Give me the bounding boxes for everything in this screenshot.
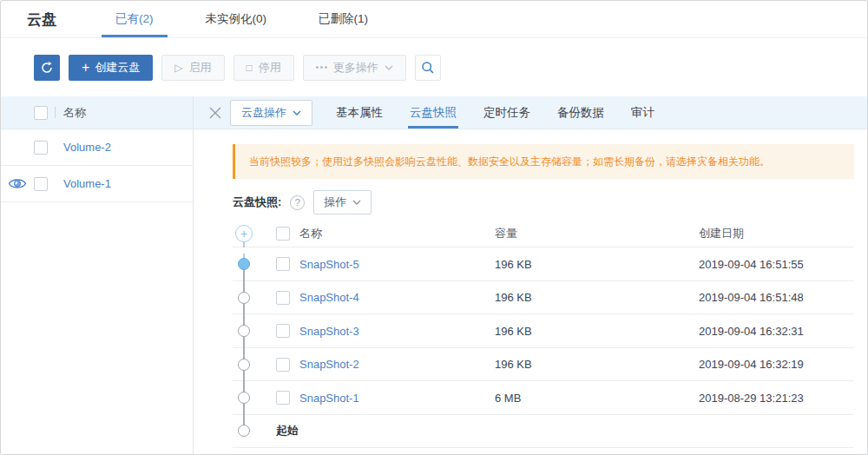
header-checkbox-cell — [276, 227, 299, 241]
snapshot-size: 196 KB — [495, 325, 699, 338]
volume-actions-label: 云盘操作 — [241, 105, 286, 121]
more-dots-icon — [316, 66, 327, 69]
snapshot-created: 2019-09-04 16:51:55 — [699, 258, 854, 271]
detail-tabs: 基本属性 云盘快照 定时任务 备份数据 审计 — [334, 96, 680, 129]
volume-row[interactable]: Volume-2 — [1, 129, 193, 166]
select-all-snapshots-checkbox[interactable] — [276, 227, 290, 241]
volume-name-link[interactable]: Volume-1 — [63, 177, 111, 190]
name-column-header: 名称 — [63, 105, 86, 121]
snapshot-checkbox[interactable] — [276, 257, 290, 271]
snapshot-row: SnapShot-2 196 KB 2019-09-04 16:32:19 — [233, 348, 854, 382]
volume-name-link[interactable]: Volume-2 — [63, 141, 111, 154]
timeline-gutter — [233, 392, 276, 404]
search-button[interactable] — [415, 55, 441, 81]
snapshot-name-link[interactable]: SnapShot-4 — [299, 291, 359, 304]
column-header-created: 创建日期 — [699, 226, 854, 241]
detail-content: 当前快照较多；使用过多快照会影响云盘性能、数据安全以及主存储容量；如需长期备份，… — [194, 129, 867, 454]
timeline-dot — [238, 325, 250, 337]
more-actions-button[interactable]: 更多操作 — [303, 55, 406, 81]
snapshot-section-label: 云盘快照: — [233, 195, 281, 210]
app-window: 云盘 已有(2) 未实例化(0) 已删除(1) + 创建云盘 ▷ 启用 □ 停用… — [0, 0, 868, 455]
volume-checkbox[interactable] — [34, 141, 48, 155]
refresh-icon — [40, 61, 54, 75]
tab-not-instantiated[interactable]: 未实例化(0) — [192, 1, 281, 37]
origin-label: 起始 — [276, 423, 299, 439]
more-actions-label: 更多操作 — [333, 60, 378, 76]
tab-audit[interactable]: 审计 — [629, 96, 656, 129]
chevron-down-icon — [293, 110, 301, 115]
chevron-down-icon — [385, 65, 393, 70]
snapshot-operation-dropdown[interactable]: 操作 — [313, 190, 372, 214]
disable-button[interactable]: □ 停用 — [233, 55, 294, 81]
play-icon: ▷ — [174, 62, 182, 74]
timeline-connector — [243, 264, 245, 432]
eye-icon — [1, 177, 34, 190]
timeline-dot — [238, 292, 250, 304]
create-volume-button[interactable]: + 创建云盘 — [69, 55, 153, 81]
snapshot-checkbox[interactable] — [276, 391, 290, 405]
timeline-current-dot — [238, 258, 250, 270]
tab-deleted[interactable]: 已删除(1) — [305, 1, 382, 37]
snapshot-created: 2019-09-04 16:32:19 — [699, 358, 854, 371]
timeline-gutter — [233, 292, 276, 304]
snapshot-row: SnapShot-5 196 KB 2019-09-04 16:51:55 — [233, 247, 854, 281]
disable-label: 停用 — [259, 60, 281, 76]
enable-label: 启用 — [189, 60, 212, 76]
snapshot-name-link[interactable]: SnapShot-5 — [299, 258, 359, 271]
timeline-gutter — [233, 359, 276, 371]
plus-icon: + — [82, 61, 89, 75]
help-icon[interactable]: ? — [290, 195, 305, 210]
tab-volume-snapshots[interactable]: 云盘快照 — [408, 96, 458, 129]
snapshot-name-link[interactable]: SnapShot-2 — [299, 358, 359, 371]
close-icon[interactable] — [208, 106, 222, 120]
top-bar: 云盘 已有(2) 未实例化(0) 已删除(1) — [1, 1, 867, 38]
snapshot-size: 196 KB — [495, 358, 699, 371]
snapshot-size: 6 MB — [495, 392, 699, 405]
volume-checkbox[interactable] — [34, 177, 48, 191]
snapshot-origin-row: 起始 — [233, 415, 854, 448]
timeline-dot — [238, 392, 250, 404]
timeline-dashed-connector — [243, 242, 245, 259]
snapshot-created: 2019-08-29 13:21:23 — [699, 392, 854, 405]
chevron-down-icon — [352, 200, 361, 205]
tab-existing[interactable]: 已有(2) — [102, 1, 168, 37]
timeline-gutter — [233, 258, 276, 270]
volume-list-panel: 名称 Volume-2 Volume-1 — [1, 96, 194, 454]
top-tabs: 已有(2) 未实例化(0) 已删除(1) — [102, 1, 406, 37]
tab-basic-properties[interactable]: 基本属性 — [334, 96, 385, 129]
timeline-gutter — [233, 325, 276, 337]
snapshot-section-header: 云盘快照: ? 操作 — [233, 189, 854, 215]
column-header-capacity: 容量 — [495, 226, 699, 241]
timeline-origin-dot — [238, 425, 250, 437]
timeline-gutter — [233, 425, 276, 437]
snapshot-row: SnapShot-4 196 KB 2019-09-04 16:51:48 — [233, 281, 854, 315]
timeline-dot — [238, 359, 250, 371]
snapshot-row: SnapShot-3 196 KB 2019-09-04 16:32:31 — [233, 314, 854, 348]
snapshot-checkbox[interactable] — [276, 291, 290, 305]
refresh-button[interactable] — [34, 55, 60, 81]
column-divider — [55, 107, 56, 118]
main-area: 名称 Volume-2 Volume-1 云 — [1, 96, 867, 454]
snapshot-size: 196 KB — [495, 258, 699, 271]
tab-scheduled-tasks[interactable]: 定时任务 — [482, 96, 532, 129]
volume-actions-dropdown[interactable]: 云盘操作 — [230, 100, 312, 126]
create-snapshot-icon[interactable]: + — [235, 225, 253, 242]
create-volume-label: 创建云盘 — [95, 60, 140, 76]
page-title: 云盘 — [27, 10, 56, 30]
snapshot-created: 2019-09-04 16:32:31 — [699, 325, 854, 338]
stop-icon: □ — [247, 62, 253, 74]
snapshot-table: + 名称 容量 创建日期 SnapShot-5 196 KB — [233, 221, 854, 448]
tab-backup-data[interactable]: 备份数据 — [556, 96, 606, 129]
select-all-checkbox[interactable] — [34, 106, 48, 120]
snapshot-name-link[interactable]: SnapShot-3 — [299, 325, 359, 338]
snapshot-operation-label: 操作 — [324, 195, 346, 210]
enable-button[interactable]: ▷ 启用 — [161, 55, 224, 81]
detail-header-band: 云盘操作 基本属性 云盘快照 定时任务 备份数据 审计 — [194, 96, 867, 129]
search-icon — [421, 61, 435, 75]
snapshot-checkbox[interactable] — [276, 324, 290, 338]
timeline-gutter: + — [233, 225, 276, 242]
column-header-name: 名称 — [299, 226, 495, 241]
snapshot-name-link[interactable]: SnapShot-1 — [299, 392, 359, 405]
snapshot-checkbox[interactable] — [276, 358, 290, 372]
volume-row[interactable]: Volume-1 — [1, 166, 193, 202]
